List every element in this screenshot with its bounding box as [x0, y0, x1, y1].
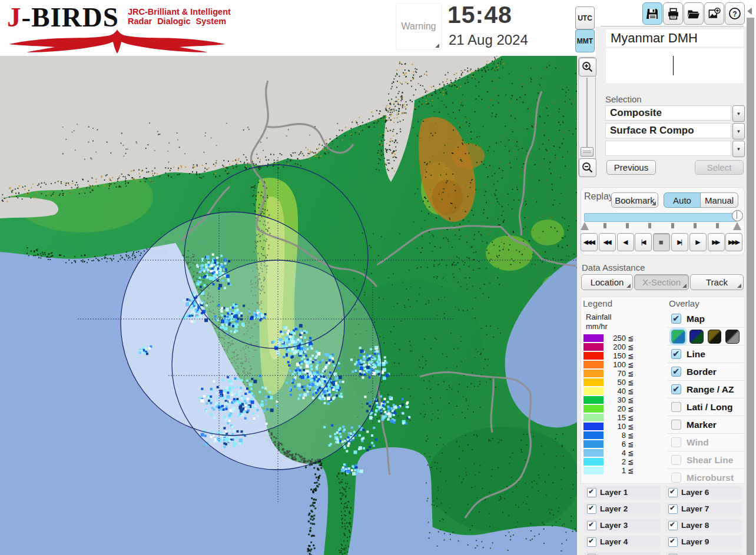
legend-color-swatch: [583, 414, 604, 421]
replay-manual-button[interactable]: Manual: [700, 192, 738, 208]
layer-checkbox[interactable]: [668, 537, 678, 547]
overlay-checkbox-wind[interactable]: [671, 437, 681, 447]
legend-entry: 150≦: [583, 351, 634, 360]
previous-button[interactable]: Previous: [606, 160, 656, 175]
legend-color-swatch: [583, 449, 604, 457]
select-button[interactable]: Select: [695, 160, 744, 175]
legend-color-swatch: [583, 458, 604, 466]
legend-entry: 200≦: [583, 343, 634, 351]
layer-checkbox[interactable]: [587, 521, 596, 530]
slider-tick: [716, 223, 719, 228]
playback-rewind-to-start-button[interactable]: ◀◀◀: [581, 233, 598, 251]
map-style-black-gray-style[interactable]: [725, 330, 740, 344]
playback-stop-button[interactable]: ■: [653, 233, 670, 251]
layer-checkbox[interactable]: [587, 504, 596, 514]
capture-add-button[interactable]: [704, 2, 724, 25]
replay-slider-thumb[interactable]: [732, 210, 743, 221]
warning-button[interactable]: Warning: [396, 3, 442, 50]
data-assistance-label: Data Assistance: [582, 262, 645, 272]
legend-value: 20: [605, 404, 626, 413]
slider-start-marker[interactable]: [581, 222, 589, 230]
bookmark-button[interactable]: Bookmark: [611, 192, 658, 208]
zoom-in-button[interactable]: [579, 58, 596, 77]
overlay-checkbox-range-az[interactable]: [671, 384, 681, 394]
overlay-item-label: Range / AZ: [687, 384, 734, 395]
overlay-checkbox-lati-long[interactable]: [671, 402, 681, 412]
playback-step-back-button[interactable]: |◀: [635, 233, 652, 251]
map-zoom-control: [578, 57, 596, 177]
playback-play-button[interactable]: ▶: [689, 233, 707, 251]
replay-auto-button[interactable]: Auto: [664, 192, 701, 208]
legend-entry: 8≦: [583, 431, 634, 440]
overlay-checkbox-map[interactable]: [671, 314, 681, 324]
radar-map[interactable]: [0, 56, 577, 555]
open-folder-button[interactable]: [684, 2, 704, 25]
selection-dropdown-3[interactable]: [605, 141, 731, 156]
legend-color-swatch: [583, 467, 604, 474]
collapse-arrow-icon[interactable]: [747, 8, 752, 15]
selection-dropdown-3-arrow[interactable]: ▼: [732, 141, 745, 157]
station-list-box[interactable]: [606, 48, 744, 83]
help-button[interactable]: ?: [725, 2, 745, 25]
map-style-terrain-style[interactable]: [671, 330, 685, 344]
slider-tick: [626, 223, 629, 228]
selection-dropdown-2-arrow[interactable]: ▼: [732, 123, 745, 139]
playback-step-forward-button[interactable]: ▶|: [671, 233, 688, 251]
overlay-checkbox-line[interactable]: [671, 349, 681, 359]
overlay-checkbox-border[interactable]: [671, 367, 681, 377]
overlay-checkbox-microburst[interactable]: [671, 473, 681, 483]
layer-label: Layer 9: [681, 537, 709, 546]
utc-button[interactable]: UTC: [575, 6, 595, 29]
legend-color-swatch: [583, 440, 604, 448]
legend-entry: 1≦: [583, 466, 634, 475]
overlay-checkbox-marker[interactable]: [671, 420, 681, 430]
legend-value: 6: [605, 440, 626, 448]
selection-dropdown-2[interactable]: Surface R Compo: [605, 123, 731, 138]
replay-slider-track[interactable]: [584, 213, 737, 222]
layer-row: Layer 2: [584, 503, 661, 515]
legend-entry: 6≦: [583, 440, 634, 448]
playback-play-reverse-button[interactable]: ◀: [617, 233, 634, 251]
playback-fast-rewind-button[interactable]: ◀◀: [599, 233, 616, 251]
slider-tick: [648, 223, 651, 228]
selection-dropdown-1[interactable]: Composite: [605, 105, 731, 121]
map-style-olive-black-style[interactable]: [708, 330, 722, 344]
legend-scale: 250≦200≦150≦100≦70≦50≦40≦30≦20≦15≦10≦8≦6…: [583, 334, 634, 475]
zoom-slider-thumb[interactable]: [581, 147, 593, 157]
zoom-out-button[interactable]: [579, 158, 596, 177]
overlay-row-shear-line: Shear Line: [668, 451, 744, 468]
playback-forward-to-end-button[interactable]: ▶▶▶: [725, 233, 742, 251]
selection-dropdown-1-arrow[interactable]: ▼: [732, 105, 745, 122]
layer-checkbox[interactable]: [587, 537, 596, 547]
layer-checkbox[interactable]: [668, 504, 678, 514]
panel-collapse-strip[interactable]: [747, 18, 754, 555]
layer-checkbox[interactable]: [587, 488, 596, 497]
layer-row: Layer 9: [665, 536, 742, 548]
layer-checkbox[interactable]: [668, 521, 678, 530]
zoom-slider-track[interactable]: [586, 78, 588, 155]
legend-comparator: ≦: [628, 334, 634, 343]
map-style-row: [668, 327, 744, 345]
layer-label: Layer 7: [681, 504, 709, 513]
overlay-checkbox-shear-line[interactable]: [671, 455, 681, 465]
layer-row: Layer 7: [665, 503, 742, 515]
legend-entry: 2≦: [583, 457, 634, 466]
save-button[interactable]: [642, 2, 662, 25]
slider-tick: [671, 223, 674, 228]
data-assistance-x-section-button[interactable]: X-Section: [634, 274, 689, 290]
legend-comparator: ≦: [628, 431, 634, 440]
layer-checkbox[interactable]: [668, 488, 678, 497]
print-button[interactable]: [663, 2, 683, 25]
slider-end-marker[interactable]: [733, 222, 741, 230]
save-icon: [646, 8, 659, 20]
open-folder-icon: [687, 7, 700, 20]
mmt-button[interactable]: MMT: [575, 29, 595, 52]
data-assistance-location-button[interactable]: Location: [581, 274, 633, 290]
replay-label: Replay: [584, 191, 614, 202]
playback-fast-forward-button[interactable]: ▶▶: [708, 233, 725, 251]
data-assistance-track-button[interactable]: Track: [690, 274, 744, 290]
legend-value: 10: [605, 422, 626, 431]
legend-value: 250: [605, 334, 626, 343]
map-style-navy-green-style[interactable]: [689, 330, 704, 344]
station-name: Myanmar DMH: [606, 29, 744, 46]
